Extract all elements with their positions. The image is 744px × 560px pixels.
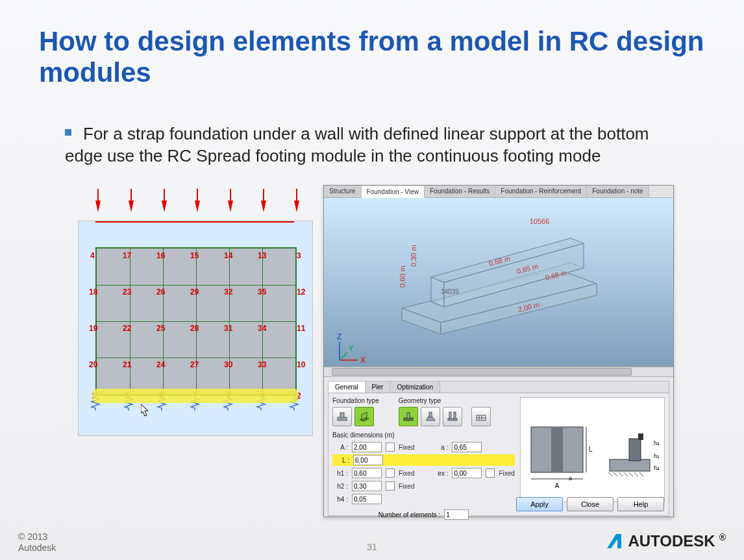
- dim-h2-fixed-checkbox[interactable]: [386, 481, 395, 491]
- svg-text:a: a: [569, 475, 572, 481]
- svg-rect-27: [449, 412, 451, 419]
- svg-text:10566: 10566: [530, 217, 550, 225]
- tab-foundation-note[interactable]: Foundation - note: [587, 186, 649, 197]
- geometry-type-4-button[interactable]: [471, 407, 491, 426]
- num-elements-input[interactable]: [444, 509, 469, 520]
- foundation-type-label: Foundation type: [332, 397, 379, 404]
- dim-A-input[interactable]: [352, 442, 382, 452]
- tab-foundation-reinforcement[interactable]: Foundation - Reinforcement: [495, 186, 587, 197]
- geometry-type-label: Geometry type: [399, 397, 491, 404]
- dialog-buttons: Apply Close Help: [516, 497, 664, 511]
- tab-optimization[interactable]: Optimization: [390, 382, 440, 393]
- property-tabs: General Pier Optimization: [329, 382, 669, 393]
- dim-ex-input[interactable]: [452, 468, 482, 478]
- svg-text:h₂: h₂: [654, 440, 660, 446]
- linear-support: [79, 395, 312, 417]
- basic-dimensions-label: Basic dimensions (m): [332, 432, 515, 439]
- slide-title: How to design elements from a model in R…: [39, 26, 705, 89]
- svg-text:0,30 m: 0,30 m: [410, 245, 417, 267]
- svg-rect-40: [610, 459, 650, 471]
- svg-text:L: L: [589, 446, 593, 453]
- module-tabs: Structure Foundation - View Foundation -…: [324, 186, 673, 198]
- bullet-text: For a strap foundation under a wall with…: [65, 123, 675, 167]
- svg-text:X: X: [360, 356, 366, 365]
- foundation-type-spread-button[interactable]: [332, 407, 352, 426]
- close-button[interactable]: Close: [567, 497, 614, 511]
- svg-text:14039: 14039: [441, 288, 459, 295]
- svg-rect-24: [407, 413, 410, 419]
- dim-h1-input[interactable]: [352, 468, 382, 478]
- help-button[interactable]: Help: [617, 497, 664, 511]
- tab-general[interactable]: General: [329, 382, 366, 393]
- svg-text:h₁: h₁: [654, 453, 660, 459]
- dim-a-input[interactable]: [452, 442, 482, 452]
- slide: How to design elements from a model in R…: [0, 0, 744, 560]
- apply-button[interactable]: Apply: [516, 497, 563, 511]
- highlight-marker: [93, 389, 298, 403]
- foundation-type-continuous-button[interactable]: [354, 407, 374, 426]
- properties-panel: General Pier Optimization Foundation typ…: [328, 381, 669, 516]
- tab-pier[interactable]: Pier: [366, 382, 391, 393]
- svg-text:Y: Y: [349, 344, 354, 353]
- svg-rect-28: [454, 412, 456, 419]
- svg-text:Z: Z: [337, 332, 341, 341]
- wall-mesh: [95, 247, 297, 396]
- svg-text:A: A: [555, 482, 560, 489]
- brand-logo: AUTODESK®: [604, 531, 726, 551]
- foundation-3d-view[interactable]: 10566 0,68 m 0,65 m 0,68 m 2,00 m 0,60 m…: [324, 198, 673, 367]
- svg-rect-22: [340, 413, 344, 418]
- svg-rect-41: [629, 439, 641, 461]
- svg-text:0,60 m: 0,60 m: [399, 265, 406, 287]
- svg-rect-42: [638, 433, 643, 440]
- view-scrollbar[interactable]: [324, 367, 673, 377]
- dim-L-input[interactable]: [353, 455, 383, 465]
- cursor-icon: [141, 404, 150, 417]
- dim-A-fixed-checkbox[interactable]: [386, 443, 395, 452]
- svg-rect-34: [551, 427, 563, 472]
- tab-foundation-view[interactable]: Foundation - View: [362, 186, 425, 198]
- geometry-type-3-button[interactable]: [443, 407, 462, 426]
- dim-h4-input[interactable]: [352, 494, 382, 504]
- geometry-type-1-button[interactable]: [399, 407, 418, 426]
- copyright: © 2013 Autodesk: [18, 531, 56, 554]
- svg-line-17: [340, 352, 347, 360]
- svg-rect-25: [429, 412, 432, 417]
- wall-model-diagram: 4 17 16 15 14 13 3 18 23 26 29 32 35 12 …: [78, 221, 313, 436]
- tab-foundation-results[interactable]: Foundation - Results: [425, 186, 495, 197]
- dim-h2-input[interactable]: [352, 481, 382, 491]
- dim-ex-fixed-checkbox[interactable]: [486, 469, 495, 478]
- dim-h1-fixed-checkbox[interactable]: [386, 469, 395, 478]
- svg-text:h₄: h₄: [654, 465, 660, 471]
- tab-structure[interactable]: Structure: [324, 186, 362, 197]
- section-preview: A a L h₂ h₁ h₄: [520, 397, 665, 502]
- geometry-type-2-button[interactable]: [421, 407, 440, 426]
- autodesk-icon: [604, 531, 624, 551]
- rc-module-window: Structure Foundation - View Foundation -…: [323, 185, 674, 517]
